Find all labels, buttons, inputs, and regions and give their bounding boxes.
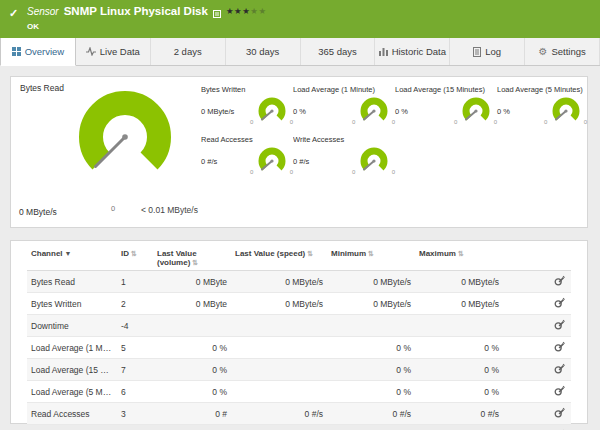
channel-row-load-average-1-min: Load Average (1 Min...50 %0 %0 % [27,337,571,359]
cell-last-value-volume: 0 MByte [153,271,231,293]
tab-label: 365 days [318,46,357,57]
gauge-value: 0 MByte/s [201,107,234,116]
tab-label: 2 days [174,46,202,57]
edit-channel-icon[interactable] [554,341,565,352]
gauge-scale-min: 0 [544,119,547,125]
tab-label: Log [485,46,501,57]
edit-channel-icon[interactable] [554,275,565,286]
gauge-dial: 00 [459,97,493,125]
table-header-row: Channel▼ ID⇅ Last Value (volume)⇅ Last V… [27,245,571,271]
gauge-bytes-written[interactable]: Bytes Written0 MByte/s00 [201,85,289,125]
cell-maximum: 0 #/s [415,425,503,430]
gauge-load-average-1-minute[interactable]: Load Average (1 Minute)0 %00 [293,85,391,125]
gauge-title: Write Accesses [293,135,391,144]
cell-channel: Downtime [27,315,117,337]
big-gauge-title: Bytes Read [20,83,64,93]
gauge-scale-max: 0 [392,169,395,175]
priority-stars[interactable]: ★★★★★ [226,4,267,16]
cell-channel: Load Average (1 Min... [27,337,117,359]
sort-icon: ⇅ [368,250,374,257]
small-gauges-grid: Bytes Written0 MByte/s00Load Average (1 … [201,85,583,175]
cell-last-value-volume: 0 MByte [153,293,231,315]
sensor-header: ✓ Sensor SNMP Linux Physical Disk ★★★★★ … [0,0,600,38]
gauge-read-accesses[interactable]: Read Accesses0 #/s00 [201,135,289,175]
gauge-scale-min: 0 [250,169,253,175]
cell-last-value-speed [231,381,327,403]
sort-icon: ⇅ [192,259,198,266]
gauge-dial: 00 [255,97,289,125]
tab-settings[interactable]: ⚙Settings [525,38,600,65]
cell-maximum: 0 % [415,381,503,403]
gauge-value: 0 #/s [201,157,217,166]
sort-icon: ⇅ [458,250,464,257]
cell-channel: Bytes Written [27,293,117,315]
edit-channel-icon[interactable] [554,385,565,396]
channel-row-bytes-read: Bytes Read10 MByte0 MByte/s0 MByte/s0 MB… [27,271,571,293]
cell-id: 2 [117,293,153,315]
priority-stars-filled: ★★★ [226,6,250,16]
col-header-last-value-speed[interactable]: Last Value (speed)⇅ [231,245,327,271]
cell-last-value-speed: 0 MByte/s [231,293,327,315]
cell-minimum: 0 #/s [327,425,415,430]
sort-icon: ⇅ [307,250,313,257]
edit-channel-icon[interactable] [554,363,565,374]
cell-channel: Write Accesses [27,425,117,430]
sensor-title-line: Sensor SNMP Linux Physical Disk ★★★★★ [27,4,267,22]
channel-row-write-accesses: Write Accesses40 #0 #/s0 #/s0 #/s [27,425,571,430]
gauge-scale-max: 0 [584,119,587,125]
col-header-channel[interactable]: Channel▼ [27,245,117,271]
gauge-dial: 00 [549,97,583,125]
tab-historic-data[interactable]: Historic Data [375,38,450,65]
gauge-value: 0 % [395,107,408,116]
cell-id: 3 [117,403,153,425]
cell-id: 5 [117,337,153,359]
col-header-maximum[interactable]: Maximum⇅ [415,245,503,271]
cell-last-value-speed: 0 #/s [231,403,327,425]
gauge-load-average-5-minutes[interactable]: Load Average (5 Minutes)0 %00 [497,85,583,125]
edit-channel-icon[interactable] [554,297,565,308]
tab-365-days[interactable]: 365 days [301,38,376,65]
tab-bar: OverviewLive Data2 days30 days365 daysHi… [0,38,600,66]
cell-channel: Bytes Read [27,271,117,293]
cell-maximum: 0 % [415,359,503,381]
cell-minimum: 0 % [327,337,415,359]
gauge-dial: 00 [255,147,289,175]
channel-row-downtime: Downtime-4 [27,315,571,337]
tab-label: Overview [25,46,65,57]
sensor-kind-label: Sensor [27,4,59,17]
pulse-icon [86,47,96,56]
col-header-minimum[interactable]: Minimum⇅ [327,245,415,271]
cell-minimum: 0 MByte/s [327,271,415,293]
edit-channel-icon[interactable] [554,407,565,418]
status-ok-check-icon: ✓ [9,7,18,20]
col-header-last-value-volume[interactable]: Last Value (volume)⇅ [153,245,231,271]
doc-icon [473,47,481,57]
cell-last-value-speed [231,337,327,359]
cell-last-value-volume: 0 % [153,381,231,403]
tab-2-days[interactable]: 2 days [151,38,226,65]
gauge-value: 0 % [293,107,306,116]
tab-label: Historic Data [392,46,446,57]
cell-maximum: 0 MByte/s [415,293,503,315]
tab-log[interactable]: Log [450,38,525,65]
edit-channel-icon[interactable] [554,319,565,330]
gauge-write-accesses[interactable]: Write Accesses0 #/s00 [293,135,391,175]
cell-last-value-speed: 0 #/s [231,425,327,430]
col-header-id[interactable]: ID⇅ [117,245,153,271]
channel-table-panel: Channel▼ ID⇅ Last Value (volume)⇅ Last V… [10,240,588,424]
tab-overview[interactable]: Overview [0,38,76,66]
bytes-read-gauge[interactable] [69,89,181,193]
cell-id: 1 [117,271,153,293]
big-gauge-scale-min: 0 [111,204,115,213]
cell-minimum: 0 % [327,359,415,381]
sort-icon: ⇅ [131,250,137,257]
cell-last-value-volume: 0 % [153,359,231,381]
tab-live-data[interactable]: Live Data [76,38,151,65]
sensor-title: SNMP Linux Physical Disk [64,4,208,17]
tab-label: 30 days [246,46,279,57]
tab-30-days[interactable]: 30 days [226,38,301,65]
cell-last-value-volume: 0 # [153,403,231,425]
cell-id: 4 [117,425,153,430]
gauge-title: Bytes Written [201,85,289,94]
gauge-load-average-15-minutes[interactable]: Load Average (15 Minutes)0 %00 [395,85,493,125]
